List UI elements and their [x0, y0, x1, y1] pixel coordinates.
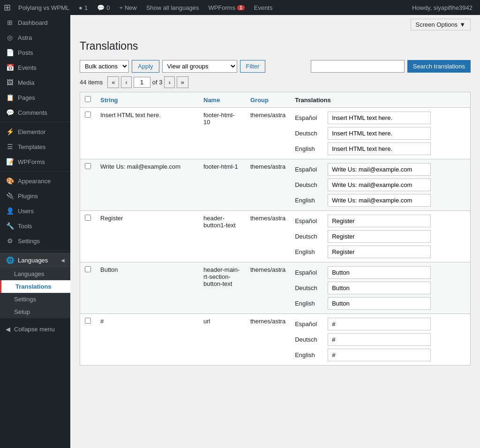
sidebar-item-settings-sub[interactable]: Settings	[0, 293, 70, 306]
translation-input[interactable]	[328, 127, 431, 140]
row-checkbox-cell	[80, 314, 96, 366]
translation-input[interactable]	[328, 194, 431, 207]
comments-icon: 💬	[6, 109, 14, 116]
admin-bar-notifications[interactable]: ● 1	[75, 4, 91, 11]
translation-input[interactable]	[328, 349, 431, 361]
translation-input[interactable]	[328, 297, 431, 310]
translation-input[interactable]	[328, 179, 431, 191]
row-string: Register	[96, 211, 199, 262]
translation-row: Español	[295, 266, 465, 279]
sidebar-item-appearance[interactable]: 🎨 Appearance	[0, 173, 70, 188]
col-header-name[interactable]: Name	[199, 92, 246, 108]
col-header-string[interactable]: String	[96, 92, 199, 108]
translation-input[interactable]	[328, 246, 431, 258]
sidebar-item-events[interactable]: 📅 Events	[0, 60, 70, 75]
row-checkbox[interactable]	[85, 215, 91, 221]
pages-icon: 📋	[6, 94, 14, 101]
admin-bar-site[interactable]: Polylang vs WPML	[15, 4, 73, 11]
translation-input[interactable]	[328, 333, 431, 346]
sidebar-item-pages[interactable]: 📋 Pages	[0, 90, 70, 105]
lang-label: Deutsch	[295, 181, 323, 188]
row-group: themes/astra	[246, 159, 290, 211]
row-checkbox[interactable]	[85, 112, 91, 118]
row-string: #	[96, 314, 199, 366]
sidebar-item-label: Events	[18, 64, 37, 71]
templates-icon: ☰	[6, 143, 14, 150]
row-string: Write Us: mail@example.com	[96, 159, 199, 211]
table-row: Insert HTML text here.footer-html-10them…	[80, 108, 471, 159]
sidebar-item-astra[interactable]: ◎ Astra	[0, 30, 70, 45]
row-checkbox[interactable]	[85, 163, 91, 169]
translation-input[interactable]	[328, 142, 431, 155]
sidebar-item-users[interactable]: 👤 Users	[0, 203, 70, 218]
translation-input[interactable]	[328, 163, 431, 176]
sidebar: ⊞ Dashboard ◎ Astra 📄 Posts 📅 Events 🖼 M…	[0, 15, 70, 448]
sidebar-item-setup-sub[interactable]: Setup	[0, 306, 70, 318]
screen-options-button[interactable]: Screen Options ▼	[411, 19, 471, 30]
row-checkbox[interactable]	[85, 266, 91, 272]
row-string: Insert HTML text here.	[96, 108, 199, 159]
sidebar-item-elementor[interactable]: ⚡ Elementor	[0, 124, 70, 139]
translation-row: Deutsch	[295, 333, 465, 346]
menu-separator-3	[0, 250, 70, 251]
sidebar-item-label: Tools	[18, 223, 32, 230]
select-all-checkbox[interactable]	[85, 96, 91, 102]
col-header-group[interactable]: Group	[246, 92, 290, 108]
astra-icon: ◎	[6, 34, 14, 41]
lang-label: Español	[295, 114, 323, 121]
elementor-icon: ⚡	[6, 128, 14, 135]
search-translations-button[interactable]: Search translations	[407, 60, 471, 73]
tools-icon: 🔧	[6, 222, 14, 230]
lang-label: English	[295, 145, 323, 152]
sidebar-item-settings[interactable]: ⚙ Settings	[0, 233, 70, 248]
sidebar-item-tools[interactable]: 🔧 Tools	[0, 218, 70, 233]
last-page-button[interactable]: »	[177, 76, 188, 88]
sidebar-item-label: Pages	[18, 94, 35, 101]
sidebar-item-translations-sub[interactable]: Translations	[0, 280, 70, 293]
page-title: Translations	[80, 40, 471, 52]
translation-input[interactable]	[328, 266, 431, 279]
sidebar-item-dashboard[interactable]: ⊞ Dashboard	[0, 15, 70, 30]
prev-page-button[interactable]: ‹	[121, 76, 131, 88]
admin-bar-comments[interactable]: 💬 0	[93, 4, 113, 11]
translation-input[interactable]	[328, 215, 431, 227]
translation-row: English	[295, 297, 465, 310]
site-name: Polylang vs WPML	[18, 4, 69, 11]
translation-input[interactable]	[328, 282, 431, 294]
sidebar-item-wpforms[interactable]: 📝 WPForms	[0, 154, 70, 169]
current-page-input[interactable]	[134, 77, 150, 88]
admin-bar-events[interactable]: Events	[250, 4, 277, 11]
sidebar-item-label: Users	[18, 208, 34, 215]
sidebar-item-templates[interactable]: ☰ Templates	[0, 139, 70, 154]
translation-input[interactable]	[328, 230, 431, 243]
sidebar-item-media[interactable]: 🖼 Media	[0, 75, 70, 90]
sidebar-item-posts[interactable]: 📄 Posts	[0, 45, 70, 60]
col-header-translations: Translations	[290, 92, 470, 108]
translation-input[interactable]	[328, 318, 431, 330]
admin-bar-show-languages[interactable]: Show all languages	[142, 4, 203, 11]
row-checkbox[interactable]	[85, 318, 91, 324]
sidebar-item-languages-sub[interactable]: Languages	[0, 268, 70, 280]
table-row: Buttonheader-main-rt-section-button-text…	[80, 262, 471, 314]
admin-bar-wpforms[interactable]: WPForms 1	[204, 4, 248, 11]
collapse-menu-button[interactable]: ◀ Collapse menu	[0, 322, 70, 336]
sidebar-item-comments[interactable]: 💬 Comments	[0, 105, 70, 120]
lang-label: English	[295, 300, 323, 307]
next-page-button[interactable]: ›	[164, 76, 174, 88]
translation-input[interactable]	[328, 112, 431, 124]
view-all-groups-select[interactable]: View all groups	[162, 60, 237, 73]
sidebar-item-languages[interactable]: 🌐 Languages ◀	[0, 253, 70, 268]
translation-row: English	[295, 349, 465, 361]
search-input[interactable]	[311, 60, 405, 73]
row-group: themes/astra	[246, 262, 290, 314]
submenu-item-label: Languages	[14, 270, 44, 277]
bulk-actions-select[interactable]: Bulk actions	[80, 60, 129, 73]
sidebar-item-plugins[interactable]: 🔌 Plugins	[0, 188, 70, 203]
apply-button[interactable]: Apply	[132, 60, 159, 73]
filter-button[interactable]: Filter	[240, 60, 266, 73]
row-name: header-main-rt-section-button-text	[199, 262, 246, 314]
row-string: Button	[96, 262, 199, 314]
admin-bar-new[interactable]: + New	[115, 4, 140, 11]
first-page-button[interactable]: «	[107, 76, 119, 88]
plugins-icon: 🔌	[6, 192, 14, 200]
